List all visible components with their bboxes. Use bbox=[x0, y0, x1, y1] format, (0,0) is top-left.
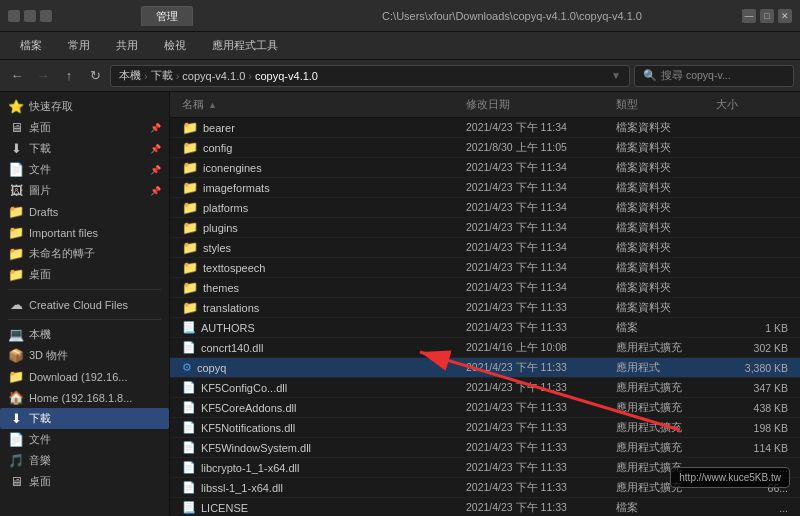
sidebar-icon-2-6: 🎵 bbox=[8, 453, 24, 468]
file-name-cell: 📃LICENSE bbox=[178, 500, 462, 515]
file-date-cell: 2021/4/23 下午 11:33 bbox=[462, 320, 612, 336]
col-header-0[interactable]: 名稱 ▲ bbox=[178, 95, 462, 114]
file-size-cell bbox=[712, 267, 792, 269]
file-type-cell: 檔案資料夾 bbox=[612, 160, 712, 176]
sidebar-label-0-8: 桌面 bbox=[29, 267, 51, 282]
sidebar-item-2-0[interactable]: 💻本機 bbox=[0, 324, 169, 345]
ribbon-tab-manage[interactable]: 管理 bbox=[141, 6, 193, 26]
refresh-button[interactable]: ↻ bbox=[84, 65, 106, 87]
file-row[interactable]: 📄KF5WindowSystem.dll2021/4/23 下午 11:33應用… bbox=[170, 438, 800, 458]
maximize-button[interactable]: □ bbox=[760, 9, 774, 23]
address-path[interactable]: 本機 › 下載 › copyq-v4.1.0 › copyq-v4.1.0 ▼ bbox=[110, 65, 630, 87]
sidebar-label-0-1: 桌面 bbox=[29, 120, 51, 135]
sidebar-item-0-3[interactable]: 📄文件📌 bbox=[0, 159, 169, 180]
sidebar-item-0-6[interactable]: 📁Important files bbox=[0, 222, 169, 243]
file-row[interactable]: 📁config2021/8/30 上午 11:05檔案資料夾 bbox=[170, 138, 800, 158]
file-row[interactable]: 📁imageformats2021/4/23 下午 11:34檔案資料夾 bbox=[170, 178, 800, 198]
close-button[interactable]: ✕ bbox=[778, 9, 792, 23]
file-row[interactable]: 📁iconengines2021/4/23 下午 11:34檔案資料夾 bbox=[170, 158, 800, 178]
tb-btn-3 bbox=[40, 10, 52, 22]
col-header-1[interactable]: 修改日期 bbox=[462, 95, 612, 114]
file-name-cell: 📄libcrypto-1_1-x64.dll bbox=[178, 460, 462, 475]
file-row[interactable]: 📁texttospeech2021/4/23 下午 11:34檔案資料夾 bbox=[170, 258, 800, 278]
sidebar-label-2-0: 本機 bbox=[29, 327, 51, 342]
sidebar-label-0-2: 下載 bbox=[29, 141, 51, 156]
address-bar: ← → ↑ ↻ 本機 › 下載 › copyq-v4.1.0 › copyq-v… bbox=[0, 60, 800, 92]
file-date-cell: 2021/4/23 下午 11:34 bbox=[462, 200, 612, 216]
sidebar-item-2-4[interactable]: ⬇下載 bbox=[0, 408, 169, 429]
file-name-text: concrt140.dll bbox=[201, 342, 263, 354]
ribbon-tab-2[interactable]: 共用 bbox=[104, 34, 150, 57]
sidebar-item-1-0[interactable]: ☁Creative Cloud Files bbox=[0, 294, 169, 315]
sidebar-icon-2-0: 💻 bbox=[8, 327, 24, 342]
file-name-cell: 📄KF5WindowSystem.dll bbox=[178, 440, 462, 455]
ribbon-tab-0[interactable]: 檔案 bbox=[8, 34, 54, 57]
col-header-2[interactable]: 類型 bbox=[612, 95, 712, 114]
ribbon-tab-4[interactable]: 應用程式工具 bbox=[200, 34, 290, 57]
file-row[interactable]: 📁translations2021/4/23 下午 11:33檔案資料夾 bbox=[170, 298, 800, 318]
file-row[interactable]: 📃LICENSE2021/4/23 下午 11:33檔案... bbox=[170, 498, 800, 516]
window-controls: — □ ✕ bbox=[742, 9, 792, 23]
sidebar-icon-2-1: 📦 bbox=[8, 348, 24, 363]
file-size-cell: 66... bbox=[712, 481, 792, 495]
file-name-text: KF5ConfigCo...dll bbox=[201, 382, 287, 394]
sidebar-item-2-2[interactable]: 📁Download (192.16... bbox=[0, 366, 169, 387]
file-row[interactable]: 📁styles2021/4/23 下午 11:34檔案資料夾 bbox=[170, 238, 800, 258]
path-current: copyq-v4.1.0 bbox=[255, 70, 318, 82]
file-name-cell: 📁translations bbox=[178, 299, 462, 316]
file-size-cell: ... bbox=[712, 501, 792, 515]
file-size-cell: 3,380 KB bbox=[712, 361, 792, 375]
minimize-button[interactable]: — bbox=[742, 9, 756, 23]
file-date-cell: 2021/4/23 下午 11:34 bbox=[462, 260, 612, 276]
file-type-icon: 📃 bbox=[182, 501, 196, 514]
file-row[interactable]: 📄libcrypto-1_1-x64.dll2021/4/23 下午 11:33… bbox=[170, 458, 800, 478]
file-row[interactable]: 📁platforms2021/4/23 下午 11:34檔案資料夾 bbox=[170, 198, 800, 218]
file-row[interactable]: 📄KF5ConfigCo...dll2021/4/23 下午 11:33應用程式… bbox=[170, 378, 800, 398]
file-row[interactable]: 📃AUTHORS2021/4/23 下午 11:33檔案1 KB bbox=[170, 318, 800, 338]
file-type-cell: 應用程式擴充 bbox=[612, 380, 712, 396]
file-row[interactable]: 📄KF5CoreAddons.dll2021/4/23 下午 11:33應用程式… bbox=[170, 398, 800, 418]
file-row[interactable]: 📁plugins2021/4/23 下午 11:34檔案資料夾 bbox=[170, 218, 800, 238]
file-name-cell: 📁plugins bbox=[178, 219, 462, 236]
sidebar-item-0-0[interactable]: ⭐快速存取 bbox=[0, 96, 169, 117]
sidebar-item-0-7[interactable]: 📁未命名的轉子 bbox=[0, 243, 169, 264]
file-type-cell: 檔案資料夾 bbox=[612, 280, 712, 296]
file-type-cell: 檔案 bbox=[612, 320, 712, 336]
file-type-icon: 📁 bbox=[182, 280, 198, 295]
forward-button[interactable]: → bbox=[32, 65, 54, 87]
sidebar-item-2-5[interactable]: 📄文件 bbox=[0, 429, 169, 450]
back-button[interactable]: ← bbox=[6, 65, 28, 87]
file-row[interactable]: 📁themes2021/4/23 下午 11:34檔案資料夾 bbox=[170, 278, 800, 298]
col-header-3[interactable]: 大小 bbox=[712, 95, 792, 114]
title-bar: 管理 C:\Users\xfour\Downloads\copyq-v4.1.0… bbox=[0, 0, 800, 32]
search-box[interactable]: 🔍 搜尋 copyq-v... bbox=[634, 65, 794, 87]
sidebar-item-0-2[interactable]: ⬇下載📌 bbox=[0, 138, 169, 159]
file-date-cell: 2021/8/30 上午 11:05 bbox=[462, 140, 612, 156]
file-row[interactable]: 📄concrt140.dll2021/4/16 上午 10:08應用程式擴充30… bbox=[170, 338, 800, 358]
path-dropdown-icon[interactable]: ▼ bbox=[611, 70, 621, 81]
file-row[interactable]: 📄libssl-1_1-x64.dll2021/4/23 下午 11:33應用程… bbox=[170, 478, 800, 498]
file-type-icon: 📄 bbox=[182, 341, 196, 354]
sidebar-item-2-3[interactable]: 🏠Home (192.168.1.8... bbox=[0, 387, 169, 408]
sidebar-item-0-1[interactable]: 🖥桌面📌 bbox=[0, 117, 169, 138]
file-type-cell: 檔案資料夾 bbox=[612, 260, 712, 276]
ribbon-tab-3[interactable]: 檢視 bbox=[152, 34, 198, 57]
file-row[interactable]: 📁bearer2021/4/23 下午 11:34檔案資料夾 bbox=[170, 118, 800, 138]
ribbon-tab-1[interactable]: 常用 bbox=[56, 34, 102, 57]
file-name-text: LICENSE bbox=[201, 502, 248, 514]
file-row[interactable]: ⚙copyq2021/4/23 下午 11:33應用程式3,380 KB bbox=[170, 358, 800, 378]
file-name-text: copyq bbox=[197, 362, 226, 374]
sidebar-item-2-6[interactable]: 🎵音樂 bbox=[0, 450, 169, 471]
sidebar-item-0-5[interactable]: 📁Drafts bbox=[0, 201, 169, 222]
sidebar-item-0-8[interactable]: 📁桌面 bbox=[0, 264, 169, 285]
file-row[interactable]: 📄KF5Notifications.dll2021/4/23 下午 11:33應… bbox=[170, 418, 800, 438]
sidebar-item-2-1[interactable]: 📦3D 物件 bbox=[0, 345, 169, 366]
up-button[interactable]: ↑ bbox=[58, 65, 80, 87]
title-path: C:\Users\xfour\Downloads\copyq-v4.1.0\co… bbox=[282, 10, 742, 22]
tb-btn-1 bbox=[8, 10, 20, 22]
file-size-cell bbox=[712, 287, 792, 289]
sidebar-label-2-1: 3D 物件 bbox=[29, 348, 68, 363]
sidebar-icon-1-0: ☁ bbox=[8, 297, 24, 312]
sidebar-item-0-4[interactable]: 🖼圖片📌 bbox=[0, 180, 169, 201]
sidebar-item-2-7[interactable]: 🖥桌面 bbox=[0, 471, 169, 492]
